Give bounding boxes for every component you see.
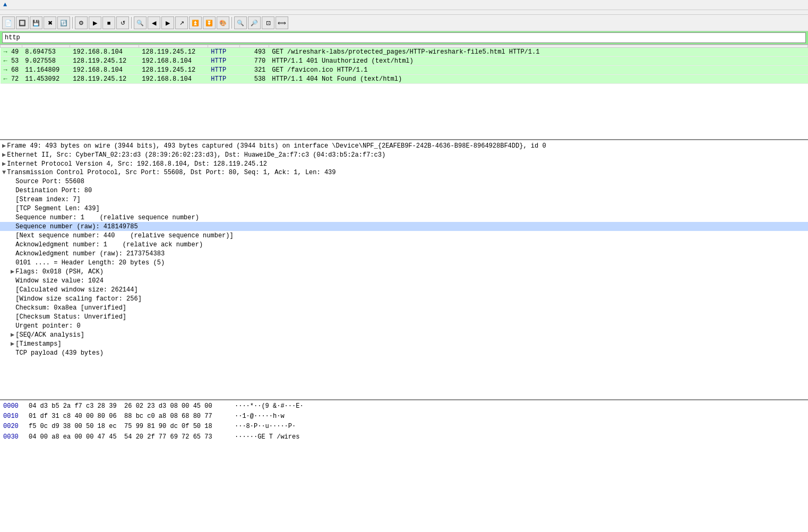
restart-capture-button[interactable]: ↺: [116, 16, 129, 29]
arrow-icon: ←: [4, 57, 7, 65]
cell-src: 192.168.8.104: [70, 66, 139, 75]
detail-row[interactable]: ▶Source Port: 55608: [0, 177, 808, 186]
detail-row[interactable]: ▶Internet Protocol Version 4, Src: 192.1…: [0, 159, 808, 168]
go-forward-button[interactable]: ▶: [161, 16, 174, 29]
go-to-button[interactable]: ↗: [175, 16, 188, 29]
menu-wireless[interactable]: [62, 11, 68, 13]
expand-icon[interactable]: ▶: [2, 142, 6, 150]
cell-info: GET /favicon.ico HTTP/1.1: [269, 66, 807, 75]
detail-row[interactable]: ▶Acknowledgment number: 1 (relative ack …: [0, 240, 808, 249]
start-capture-button[interactable]: ▶: [89, 16, 101, 29]
detail-row[interactable]: ▶0101 .... = Header Length: 20 bytes (5): [0, 258, 808, 267]
detail-row[interactable]: ▼Transmission Control Protocol, Src Port…: [0, 168, 808, 177]
cell-dst: 192.168.8.104: [139, 57, 208, 66]
resize-columns-button[interactable]: ⟺: [276, 16, 288, 29]
detail-row[interactable]: ▶[Checksum Status: Unverified]: [0, 312, 808, 321]
table-row[interactable]: → 68 11.164809 192.168.8.104 128.119.245…: [1, 66, 808, 75]
detail-row[interactable]: ▶Window size value: 1024: [0, 276, 808, 285]
hex-offset: 0030: [3, 432, 24, 442]
detail-row[interactable]: ▶[Window size scaling factor: 256]: [0, 294, 808, 303]
detail-row[interactable]: ▶Flags: 0x018 (PSH, ACK): [0, 267, 808, 276]
detail-row[interactable]: ▶Destination Port: 80: [0, 186, 808, 195]
detail-text: Acknowledgment number (raw): 2173754383: [15, 250, 165, 258]
detail-row[interactable]: ▶TCP payload (439 bytes): [0, 348, 808, 357]
menu-tools[interactable]: [69, 11, 75, 13]
detail-text: [Calculated window size: 262144]: [15, 286, 137, 294]
menu-phone[interactable]: [54, 11, 61, 13]
cell-no: → 68: [1, 66, 22, 75]
expand-icon[interactable]: ▶: [11, 268, 14, 276]
stop-capture-button[interactable]: ■: [102, 16, 115, 29]
hex-bytes: 04 d3 b5 2a f7 c3 28 39 26 02 23 d3 08 0…: [29, 401, 230, 411]
hex-row: 001001 df 31 c8 40 00 80 06 88 bc c0 a8 …: [2, 411, 806, 422]
expand-icon[interactable]: ▶: [11, 331, 14, 339]
hex-bytes: 04 00 a8 ea 00 00 47 45 54 20 2f 77 69 7…: [29, 432, 230, 442]
hex-bytes: 01 df 31 c8 40 00 80 06 88 bc c0 a8 08 6…: [29, 411, 230, 422]
cell-time: 11.164809: [22, 66, 70, 75]
detail-text: Urgent pointer: 0: [15, 322, 80, 330]
hex-pane[interactable]: 000004 d3 b5 2a f7 c3 28 39 26 02 23 d3 …: [0, 400, 808, 464]
filter-input[interactable]: [2, 32, 806, 43]
cell-dst: 128.119.245.12: [139, 66, 208, 75]
menu-file[interactable]: [2, 11, 8, 13]
detail-text: Frame 49: 493 bytes on wire (3944 bits),…: [7, 142, 546, 150]
colorize-button[interactable]: 🎨: [217, 16, 229, 29]
table-row[interactable]: ← 53 9.027558 128.119.245.12 192.168.8.1…: [1, 57, 808, 66]
detail-row[interactable]: ▶[Calculated window size: 262144]: [0, 285, 808, 294]
cell-dst: 192.168.8.104: [139, 75, 208, 84]
open-button[interactable]: 🔲: [16, 16, 29, 29]
save-button[interactable]: 💾: [30, 16, 42, 29]
detail-row[interactable]: ▶[Stream index: 7]: [0, 195, 808, 204]
zoom-out-button[interactable]: 🔎: [248, 16, 261, 29]
detail-row[interactable]: ▶Sequence number (raw): 418149785: [0, 222, 808, 231]
table-row[interactable]: → 49 8.694753 192.168.8.104 128.119.245.…: [1, 48, 808, 57]
zoom-fit-button[interactable]: ⊡: [262, 16, 274, 29]
go-last-button[interactable]: ⏬: [203, 16, 216, 29]
menu-help[interactable]: [76, 11, 83, 13]
collapse-icon[interactable]: ▼: [2, 169, 6, 176]
table-row[interactable]: ← 72 11.453092 128.119.245.12 192.168.8.…: [1, 75, 808, 84]
detail-row[interactable]: ▶[Timestamps]: [0, 339, 808, 348]
detail-row[interactable]: ▶[TCP Segment Len: 439]: [0, 204, 808, 213]
cell-proto: HTTP: [208, 57, 239, 66]
detail-pane[interactable]: ▶Frame 49: 493 bytes on wire (3944 bits)…: [0, 140, 808, 400]
menu-analyze[interactable]: [39, 11, 46, 13]
packet-list-container[interactable]: → 49 8.694753 192.168.8.104 128.119.245.…: [0, 45, 808, 140]
detail-row[interactable]: ▶Checksum: 0xa8ea [unverified]: [0, 303, 808, 312]
cell-src: 128.119.245.12: [70, 75, 139, 84]
detail-row[interactable]: ▶Urgent pointer: 0: [0, 321, 808, 330]
title-bar: ▲: [0, 0, 808, 10]
go-first-button[interactable]: ⏫: [189, 16, 202, 29]
menu-stats[interactable]: [47, 11, 53, 13]
find-button[interactable]: 🔍: [134, 16, 147, 29]
detail-row[interactable]: ▶Frame 49: 493 bytes on wire (3944 bits)…: [0, 141, 808, 150]
detail-row[interactable]: ▶Acknowledgment number (raw): 2173754383: [0, 249, 808, 258]
detail-text: [SEQ/ACK analysis]: [15, 331, 84, 339]
menu-edit[interactable]: [10, 11, 16, 13]
hex-row: 003004 00 a8 ea 00 00 47 45 54 20 2f 77 …: [2, 432, 806, 442]
hex-ascii: ······GE T /wires: [235, 432, 299, 442]
cell-dst: 128.119.245.12: [139, 48, 208, 57]
go-back-button[interactable]: ◀: [148, 16, 160, 29]
capture-options-button[interactable]: ⚙: [75, 16, 88, 29]
expand-icon[interactable]: ▶: [11, 340, 14, 348]
hex-offset: 0020: [3, 422, 24, 432]
detail-text: Destination Port: 80: [15, 187, 92, 194]
cell-no: ← 53: [1, 57, 22, 66]
detail-row[interactable]: ▶[SEQ/ACK analysis]: [0, 330, 808, 339]
expand-icon[interactable]: ▶: [2, 151, 6, 159]
new-capture-button[interactable]: 📄: [2, 16, 15, 29]
hex-ascii: ····*··(9 &·#···E·: [235, 401, 304, 411]
menu-go[interactable]: [24, 11, 31, 13]
detail-row[interactable]: ▶Ethernet II, Src: CyberTAN_02:23:d3 (28…: [0, 150, 808, 159]
arrow-icon: →: [4, 66, 7, 74]
menu-view[interactable]: [17, 11, 23, 13]
detail-row[interactable]: ▶Sequence number: 1 (relative sequence n…: [0, 213, 808, 222]
expand-icon[interactable]: ▶: [2, 160, 6, 168]
reload-button[interactable]: 🔃: [57, 16, 70, 29]
detail-row[interactable]: ▶[Next sequence number: 440 (relative se…: [0, 231, 808, 240]
zoom-in-button[interactable]: 🔍: [234, 16, 247, 29]
detail-text: [Checksum Status: Unverified]: [15, 313, 126, 321]
close-button[interactable]: ✖: [44, 16, 56, 29]
menu-capture[interactable]: [32, 11, 38, 13]
